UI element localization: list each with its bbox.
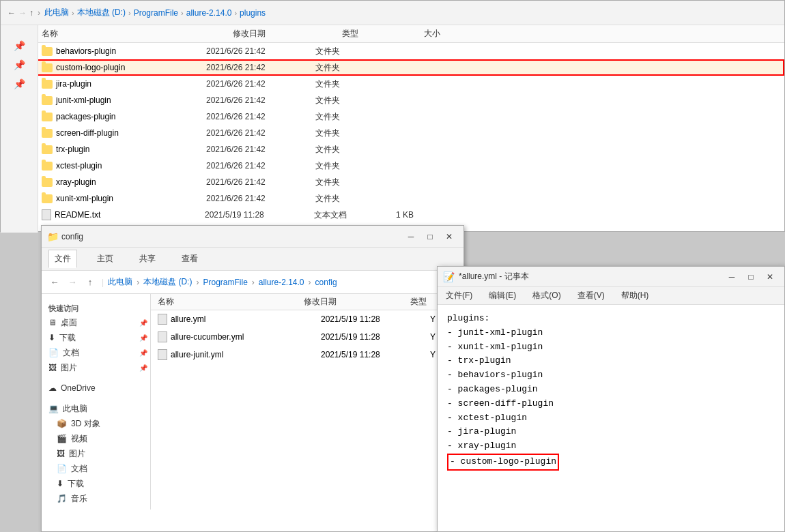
col-header-size[interactable]: 大小 bbox=[424, 28, 479, 40]
menu-item-1[interactable]: 编辑(E) bbox=[486, 289, 519, 303]
top-file-row-7[interactable]: xctest-plugin2021/6/26 21:42文件夹 bbox=[1, 158, 784, 174]
sidebar-item-downloads[interactable]: ⬇ 下载 📌 bbox=[42, 330, 150, 345]
notepad-line-6: - screen-diff-plugin bbox=[447, 397, 775, 411]
col-header-type[interactable]: 类型 bbox=[342, 28, 424, 40]
breadcrumb-pf-2[interactable]: ProgramFile bbox=[203, 278, 247, 287]
notepad-title-bar: 📝 *allure.yml - 记事本 ─ □ ✕ bbox=[438, 267, 784, 287]
nav-back-icon[interactable]: ← bbox=[8, 8, 16, 18]
top-file-row-9[interactable]: xunit-xml-plugin2021/6/26 21:42文件夹 bbox=[1, 190, 784, 207]
sidebar-item-onedrive[interactable]: ☁ OneDrive bbox=[42, 381, 150, 396]
sidebar-item-docs2[interactable]: 📄 文档 bbox=[42, 461, 150, 476]
back-button[interactable]: ← bbox=[47, 275, 62, 290]
menu-item-2[interactable]: 格式(O) bbox=[530, 289, 563, 303]
notepad-content[interactable]: plugins: - junit-xml-plugin - xunit-xml-… bbox=[438, 305, 784, 532]
bottom-file-type: Y bbox=[430, 332, 436, 342]
top-file-row-10[interactable]: README.txt2021/5/19 11:28文本文档1 KB bbox=[1, 207, 784, 223]
breadcrumb-programfile[interactable]: ProgramFile bbox=[134, 8, 178, 18]
thispc-section: 💻 此电脑 📦 3D 对象 🎬 视频 🖼 图片 📄 文档 bbox=[42, 398, 150, 509]
bottom-col-header: 名称 修改日期 类型 bbox=[151, 294, 463, 310]
breadcrumb-disk[interactable]: 本地磁盘 (D:) bbox=[77, 7, 126, 18]
pin-icon-1[interactable]: 📌 bbox=[12, 39, 26, 53]
docs2-icon: 📄 bbox=[57, 464, 67, 473]
top-file-row-5[interactable]: screen-diff-plugin2021/6/26 21:42文件夹 bbox=[1, 125, 784, 141]
notepad-minimize-button[interactable]: ─ bbox=[723, 269, 741, 284]
notepad-line-2: - xunit-xml-plugin bbox=[447, 340, 775, 355]
file-name: README.txt bbox=[55, 210, 205, 220]
menu-item-4[interactable]: 帮助(H) bbox=[618, 289, 652, 303]
up-button[interactable]: ↑ bbox=[83, 275, 98, 290]
col-header-name[interactable]: 名称 bbox=[42, 28, 233, 40]
tab-home[interactable]: 主页 bbox=[91, 250, 119, 268]
sidebar-item-pictures2[interactable]: 🖼 图片 bbox=[42, 446, 150, 461]
music-icon: 🎵 bbox=[57, 494, 67, 503]
bottom-file-row-0[interactable]: allure.yml2021/5/19 11:28Y bbox=[151, 310, 463, 328]
folder-icon bbox=[42, 96, 56, 105]
bottom-file-name: allure.yml bbox=[171, 314, 321, 324]
notepad-close-button[interactable]: ✕ bbox=[761, 269, 779, 284]
top-file-row-6[interactable]: trx-plugin2021/6/26 21:42文件夹 bbox=[1, 141, 784, 158]
breadcrumb-plugins[interactable]: plugins bbox=[240, 8, 266, 18]
quick-access-header: 快速访问 bbox=[42, 301, 150, 315]
notepad-line-0: plugins: bbox=[447, 312, 775, 326]
nav-forward-icon[interactable]: → bbox=[18, 8, 27, 18]
top-file-row-2[interactable]: jira-plugin2021/6/26 21:42文件夹 bbox=[1, 76, 784, 92]
pin-icon-3[interactable]: 📌 bbox=[12, 77, 26, 91]
breadcrumb-pc-2[interactable]: 此电脑 bbox=[108, 276, 132, 288]
file-type: 文本文档 bbox=[314, 209, 396, 221]
top-file-row-4[interactable]: packages-plugin2021/6/26 21:42文件夹 bbox=[1, 108, 784, 125]
bottom-main-pane: 名称 修改日期 类型 allure.yml2021/5/19 11:28Yall… bbox=[151, 294, 463, 509]
sidebar-item-thispc[interactable]: 💻 此电脑 bbox=[42, 401, 150, 416]
explorer-body: 快速访问 🖥 桌面 📌 ⬇ 下载 📌 📄 文档 📌 🖼 bbox=[42, 294, 463, 509]
notepad-line-8: - jira-plugin bbox=[447, 425, 775, 439]
close-button[interactable]: ✕ bbox=[440, 229, 458, 244]
bottom-file-row-2[interactable]: allure-junit.yml2021/5/19 11:28Y bbox=[151, 346, 463, 364]
desktop-icon: 🖥 bbox=[48, 318, 57, 327]
breadcrumb-allure-2[interactable]: allure-2.14.0 bbox=[259, 278, 304, 287]
top-breadcrumb: ← → ↑ › 此电脑 › 本地磁盘 (D:) › ProgramFile › … bbox=[1, 1, 784, 25]
onedrive-icon: ☁ bbox=[48, 383, 57, 393]
file-date: 2021/6/26 21:42 bbox=[206, 112, 315, 121]
notepad-title-text: *allure.yml - 记事本 bbox=[459, 271, 719, 282]
forward-button[interactable]: → bbox=[65, 275, 80, 290]
file-type: 文件夹 bbox=[315, 62, 397, 74]
sidebar-item-music[interactable]: 🎵 音乐 bbox=[42, 491, 150, 506]
breadcrumb-config[interactable]: config bbox=[315, 278, 337, 287]
file-date: 2021/6/26 21:42 bbox=[206, 194, 315, 203]
bottom-file-type: Y bbox=[430, 314, 436, 324]
sidebar-item-3d[interactable]: 📦 3D 对象 bbox=[42, 416, 150, 431]
menu-item-0[interactable]: 文件(F) bbox=[443, 289, 475, 303]
tab-share[interactable]: 共享 bbox=[133, 250, 162, 268]
breadcrumb-pc[interactable]: 此电脑 bbox=[44, 7, 69, 18]
maximize-button[interactable]: □ bbox=[421, 229, 439, 244]
top-explorer: ← → ↑ › 此电脑 › 本地磁盘 (D:) › ProgramFile › … bbox=[0, 0, 785, 232]
breadcrumb-disk-2[interactable]: 本地磁盘 (D:) bbox=[143, 276, 192, 288]
col-header-date[interactable]: 修改日期 bbox=[233, 28, 342, 40]
nav-up-icon[interactable]: ↑ bbox=[29, 8, 33, 18]
sidebar-item-pictures[interactable]: 🖼 图片 📌 bbox=[42, 360, 150, 375]
yml-file-icon bbox=[158, 314, 171, 325]
bottom-col-name[interactable]: 名称 bbox=[158, 296, 304, 308]
sidebar-item-downloads2[interactable]: ⬇ 下载 bbox=[42, 476, 150, 491]
top-file-row-0[interactable]: behaviors-plugin2021/6/26 21:42文件夹 bbox=[1, 43, 784, 59]
menu-item-3[interactable]: 查看(V) bbox=[575, 289, 608, 303]
notepad-maximize-button[interactable]: □ bbox=[742, 269, 760, 284]
bottom-file-row-1[interactable]: allure-cucumber.yml2021/5/19 11:28Y bbox=[151, 328, 463, 346]
breadcrumb-allure[interactable]: allure-2.14.0 bbox=[186, 8, 232, 18]
bottom-col-date[interactable]: 修改日期 bbox=[304, 296, 410, 308]
top-file-row-3[interactable]: junit-xml-plugin2021/6/26 21:42文件夹 bbox=[1, 92, 784, 108]
sidebar-item-desktop[interactable]: 🖥 桌面 📌 bbox=[42, 315, 150, 330]
tab-file[interactable]: 文件 bbox=[48, 250, 77, 268]
minimize-button[interactable]: ─ bbox=[402, 229, 420, 244]
pin-icon-2[interactable]: 📌 bbox=[12, 58, 26, 72]
file-name: xunit-xml-plugin bbox=[56, 194, 206, 203]
file-type: 文件夹 bbox=[315, 128, 397, 139]
top-file-row-1[interactable]: custom-logo-plugin2021/6/26 21:42文件夹 bbox=[1, 59, 784, 76]
tab-view[interactable]: 查看 bbox=[175, 250, 204, 268]
file-date: 2021/6/26 21:42 bbox=[206, 145, 315, 154]
top-file-row-8[interactable]: xray-plugin2021/6/26 21:42文件夹 bbox=[1, 174, 784, 190]
sidebar-item-documents[interactable]: 📄 文档 📌 bbox=[42, 345, 150, 360]
file-type: 文件夹 bbox=[315, 177, 397, 188]
window-controls: ─ □ ✕ bbox=[402, 229, 458, 244]
folder-icon bbox=[42, 47, 56, 56]
sidebar-item-video[interactable]: 🎬 视频 bbox=[42, 431, 150, 446]
